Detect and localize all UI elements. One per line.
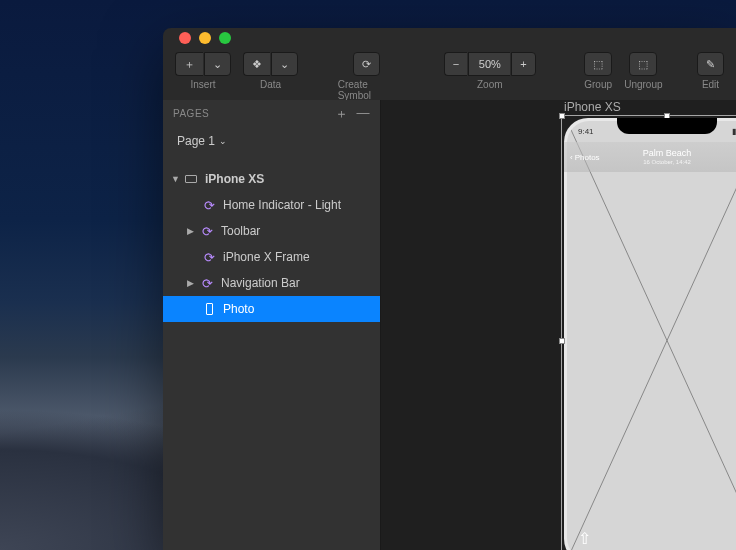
- data-label: Data: [260, 79, 281, 90]
- share-icon[interactable]: ⇧: [578, 529, 590, 541]
- disclosure-triangle-icon[interactable]: ▼: [171, 174, 181, 184]
- nav-title: Palm Beach 16 October, 14:42: [643, 149, 692, 165]
- zoom-in-button[interactable]: +: [511, 52, 535, 76]
- nav-back-label: Photos: [575, 153, 600, 162]
- zoom-value[interactable]: 50%: [468, 52, 510, 76]
- data-dropdown[interactable]: ⌄: [271, 52, 298, 76]
- data-button[interactable]: ❖: [243, 52, 270, 76]
- edit-label: Edit: [702, 79, 719, 90]
- artboard-iphone-xs[interactable]: 9:41 ▮ ◥ ▭ ‹ Photos Palm Beach 16 Octobe…: [564, 118, 736, 550]
- status-time: 9:41: [578, 127, 594, 136]
- rectangle-icon: [206, 303, 213, 315]
- layer-toolbar[interactable]: ▶ ⟳ Toolbar: [163, 218, 380, 244]
- group-icon: ⬚: [593, 58, 603, 71]
- group-button[interactable]: ⬚: [584, 52, 612, 76]
- edit-icon: ✎: [706, 58, 715, 71]
- layer-iphone-frame[interactable]: ⟳ iPhone X Frame: [163, 244, 380, 270]
- chevron-left-icon: ‹: [570, 153, 573, 162]
- layer-name: Photo: [223, 302, 254, 316]
- window-maximize-button[interactable]: [219, 32, 231, 44]
- insert-button[interactable]: ＋: [175, 52, 203, 76]
- layer-photo[interactable]: Photo: [163, 296, 380, 322]
- artboard-icon: [185, 175, 197, 183]
- insert-dropdown[interactable]: ⌄: [204, 52, 231, 76]
- pages-heading: PAGES: [173, 108, 209, 119]
- page-selector[interactable]: Page 1 ⌄: [163, 128, 380, 154]
- ungroup-button[interactable]: ⬚: [629, 52, 657, 76]
- ungroup-label: Ungroup: [624, 79, 662, 90]
- symbol-icon: ⟳: [202, 276, 213, 291]
- symbol-icon: ⟳: [202, 224, 213, 239]
- chevron-down-icon: ⌄: [280, 58, 289, 71]
- artboard-label[interactable]: iPhone XS: [564, 100, 621, 114]
- zoom-out-button[interactable]: −: [444, 52, 467, 76]
- create-symbol-label: Create Symbol: [338, 79, 396, 101]
- layer-name: Home Indicator - Light: [223, 198, 341, 212]
- symbol-icon: ⟳: [204, 250, 215, 265]
- nav-subtitle: 16 October, 14:42: [643, 159, 692, 166]
- layer-name: iPhone X Frame: [223, 250, 310, 264]
- canvas[interactable]: iPhone XS 9:41 ▮ ◥ ▭ ‹: [381, 100, 736, 550]
- layer-home-indicator[interactable]: ⟳ Home Indicator - Light: [163, 192, 380, 218]
- plus-icon: +: [520, 58, 526, 70]
- disclosure-triangle-icon[interactable]: ▶: [187, 278, 197, 288]
- plus-icon: ＋: [184, 57, 195, 72]
- disclosure-triangle-icon[interactable]: ▶: [187, 226, 197, 236]
- pages-menu-button[interactable]: —: [357, 105, 371, 123]
- symbol-icon: ⟳: [362, 58, 371, 71]
- add-page-button[interactable]: ＋: [335, 105, 349, 123]
- create-symbol-button[interactable]: ⟳: [353, 52, 380, 76]
- device-notch: [617, 118, 717, 134]
- minus-icon: −: [453, 58, 459, 70]
- pages-header: PAGES ＋ —: [163, 100, 380, 128]
- layer-list: ▼ iPhone XS ⟳ Home Indicator - Light ▶ ⟳…: [163, 166, 380, 322]
- layers-sidebar: PAGES ＋ — Page 1 ⌄ ▼ iPhone XS ⟳ Home In…: [163, 100, 381, 550]
- photo-placeholder[interactable]: [567, 121, 736, 550]
- bottom-toolbar: ⇧ 🗑: [564, 529, 736, 549]
- group-label: Group: [584, 79, 612, 90]
- nav-back-button[interactable]: ‹ Photos: [570, 153, 600, 162]
- signal-icon: ▮: [732, 127, 736, 136]
- window-titlebar: [163, 28, 736, 48]
- zoom-label: Zoom: [477, 79, 503, 90]
- ungroup-icon: ⬚: [638, 58, 648, 71]
- chevron-down-icon: ⌄: [213, 58, 222, 71]
- app-window: ＋ ⌄ Insert ❖ ⌄ Data ⟳ Create Symbol − 50…: [163, 28, 736, 550]
- toolbar: ＋ ⌄ Insert ❖ ⌄ Data ⟳ Create Symbol − 50…: [163, 48, 736, 100]
- window-close-button[interactable]: [179, 32, 191, 44]
- symbol-icon: ⟳: [204, 198, 215, 213]
- layer-name: Navigation Bar: [221, 276, 300, 290]
- edit-button[interactable]: ✎: [697, 52, 724, 76]
- layers-icon: ❖: [252, 58, 262, 71]
- layer-name: Toolbar: [221, 224, 260, 238]
- svg-rect-0: [567, 121, 736, 550]
- layer-name: iPhone XS: [205, 172, 264, 186]
- insert-label: Insert: [190, 79, 215, 90]
- navigation-bar: ‹ Photos Palm Beach 16 October, 14:42: [564, 142, 736, 172]
- layer-navigation-bar[interactable]: ▶ ⟳ Navigation Bar: [163, 270, 380, 296]
- layer-artboard-iphone-xs[interactable]: ▼ iPhone XS: [163, 166, 380, 192]
- window-minimize-button[interactable]: [199, 32, 211, 44]
- chevron-down-icon: ⌄: [219, 136, 227, 146]
